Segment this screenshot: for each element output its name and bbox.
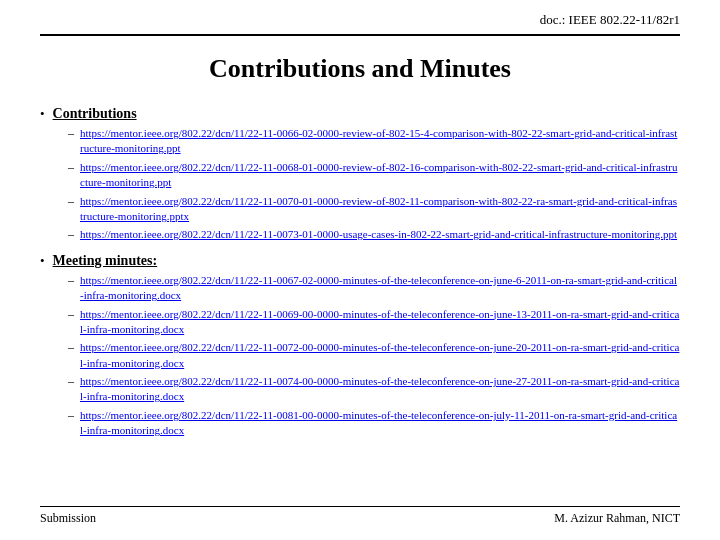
section-title-contributions: Contributions: [53, 106, 137, 122]
footer-right: M. Azizur Rahman, NICT: [554, 511, 680, 526]
link-meeting-minutes-3[interactable]: https://mentor.ieee.org/802.22/dcn/11/22…: [80, 374, 680, 405]
page-footer: Submission M. Azizur Rahman, NICT: [40, 506, 680, 526]
sections-container: •Contributions–https://mentor.ieee.org/8…: [40, 106, 680, 439]
section-meeting-minutes: •Meeting minutes:–https://mentor.ieee.or…: [40, 253, 680, 439]
links-container-meeting-minutes: –https://mentor.ieee.org/802.22/dcn/11/2…: [68, 273, 680, 439]
bullet-point: •: [40, 106, 45, 122]
dash-icon: –: [68, 340, 74, 355]
section-header-contributions: •Contributions: [40, 106, 680, 122]
list-item: –https://mentor.ieee.org/802.22/dcn/11/2…: [68, 273, 680, 304]
page: doc.: IEEE 802.22-11/82r1 Contributions …: [0, 0, 720, 540]
list-item: –https://mentor.ieee.org/802.22/dcn/11/2…: [68, 126, 680, 157]
page-title: Contributions and Minutes: [40, 54, 680, 84]
bullet-point: •: [40, 253, 45, 269]
links-container-contributions: –https://mentor.ieee.org/802.22/dcn/11/2…: [68, 126, 680, 243]
dash-icon: –: [68, 374, 74, 389]
section-title-meeting-minutes: Meeting minutes:: [53, 253, 158, 269]
dash-icon: –: [68, 307, 74, 322]
footer-left: Submission: [40, 511, 96, 526]
list-item: –https://mentor.ieee.org/802.22/dcn/11/2…: [68, 194, 680, 225]
list-item: –https://mentor.ieee.org/802.22/dcn/11/2…: [68, 307, 680, 338]
link-meeting-minutes-2[interactable]: https://mentor.ieee.org/802.22/dcn/11/22…: [80, 340, 680, 371]
list-item: –https://mentor.ieee.org/802.22/dcn/11/2…: [68, 227, 680, 242]
dash-icon: –: [68, 126, 74, 141]
link-meeting-minutes-0[interactable]: https://mentor.ieee.org/802.22/dcn/11/22…: [80, 273, 680, 304]
document-header: doc.: IEEE 802.22-11/82r1: [40, 0, 680, 36]
list-item: –https://mentor.ieee.org/802.22/dcn/11/2…: [68, 374, 680, 405]
dash-icon: –: [68, 160, 74, 175]
dash-icon: –: [68, 273, 74, 288]
list-item: –https://mentor.ieee.org/802.22/dcn/11/2…: [68, 160, 680, 191]
list-item: –https://mentor.ieee.org/802.22/dcn/11/2…: [68, 408, 680, 439]
dash-icon: –: [68, 227, 74, 242]
link-contributions-1[interactable]: https://mentor.ieee.org/802.22/dcn/11/22…: [80, 160, 680, 191]
section-contributions: •Contributions–https://mentor.ieee.org/8…: [40, 106, 680, 243]
list-item: –https://mentor.ieee.org/802.22/dcn/11/2…: [68, 340, 680, 371]
dash-icon: –: [68, 408, 74, 423]
dash-icon: –: [68, 194, 74, 209]
link-contributions-2[interactable]: https://mentor.ieee.org/802.22/dcn/11/22…: [80, 194, 680, 225]
link-meeting-minutes-4[interactable]: https://mentor.ieee.org/802.22/dcn/11/22…: [80, 408, 680, 439]
link-meeting-minutes-1[interactable]: https://mentor.ieee.org/802.22/dcn/11/22…: [80, 307, 680, 338]
link-contributions-3[interactable]: https://mentor.ieee.org/802.22/dcn/11/22…: [80, 227, 677, 242]
section-header-meeting-minutes: •Meeting minutes:: [40, 253, 680, 269]
doc-id: doc.: IEEE 802.22-11/82r1: [540, 12, 680, 27]
link-contributions-0[interactable]: https://mentor.ieee.org/802.22/dcn/11/22…: [80, 126, 680, 157]
